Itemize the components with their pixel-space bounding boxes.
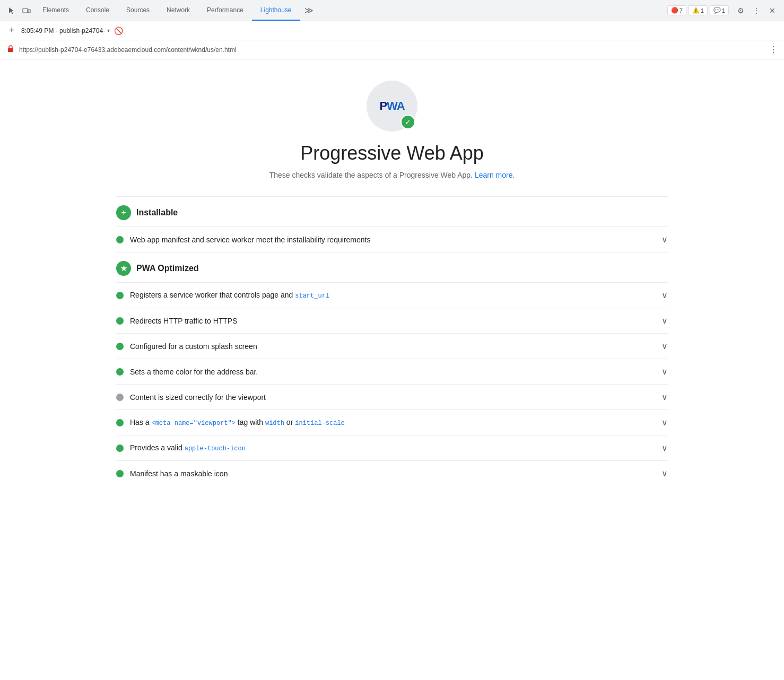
chevron-down-icon: ∨ [661, 367, 668, 377]
audit-dot-green [116, 292, 124, 299]
pwa-header: PWA ✓ Progressive Web App These checks v… [116, 81, 668, 179]
chevron-down-icon: ∨ [661, 341, 668, 351]
audit-dot-green [116, 419, 124, 426]
warning-count: 1 [701, 7, 704, 14]
svg-rect-0 [23, 8, 28, 13]
width-code: width [265, 420, 284, 427]
plus-icon: ＋ [120, 208, 127, 217]
chevron-down-icon: ∨ [661, 290, 668, 300]
device-toggle-btn[interactable] [19, 3, 34, 18]
audit-redirects-text: Redirects HTTP traffic to HTTPS [130, 317, 655, 325]
tab-network[interactable]: Network [158, 0, 198, 21]
devtools-topbar: Elements Console Sources Network Perform… [0, 0, 784, 21]
pwa-logo: PWA ✓ [367, 81, 417, 132]
pwa-optimized-section-label: PWA Optimized [136, 264, 199, 273]
chevron-down-icon: ∨ [661, 392, 668, 402]
url-bar: https://publish-p24704-e76433.adobeaemcl… [0, 40, 784, 59]
audit-redirects-https[interactable]: Redirects HTTP traffic to HTTPS ∨ [116, 308, 668, 333]
audit-service-worker-text: Registers a service worker that controls… [130, 291, 655, 300]
security-icon [6, 45, 15, 55]
audit-dot-green [116, 343, 124, 350]
apple-touch-code: apple-touch-icon [185, 445, 246, 452]
info-icon: 💬 [713, 7, 721, 14]
more-tabs-btn[interactable]: ≫ [300, 0, 318, 21]
installable-section-icon: ＋ [116, 205, 131, 220]
audit-apple-touch-text: Provides a valid apple-touch-icon [130, 443, 655, 452]
audit-maskable-text: Manifest has a maskable icon [130, 469, 655, 478]
chevron-down-icon: ∨ [661, 468, 668, 478]
pwa-optimized-section-icon: ★ [116, 261, 131, 276]
installable-section-header: ＋ Installable [116, 196, 668, 226]
settings-icon: ⚙ [737, 6, 744, 15]
audit-apple-touch-icon[interactable]: Provides a valid apple-touch-icon ∨ [116, 435, 668, 460]
tab-performance[interactable]: Performance [198, 0, 252, 21]
tab-lighthouse[interactable]: Lighthouse [252, 0, 300, 21]
learn-more-link[interactable]: Learn more [475, 171, 513, 179]
more-options-btn[interactable]: ⋮ [749, 3, 764, 18]
audit-maskable-icon[interactable]: Manifest has a maskable icon ∨ [116, 460, 668, 486]
audit-content-width[interactable]: Content is sized correctly for the viewp… [116, 384, 668, 409]
svg-rect-1 [28, 10, 30, 13]
pwa-optimized-section-header: ★ PWA Optimized [116, 252, 668, 282]
lighthouse-main: PWA ✓ Progressive Web App These checks v… [74, 59, 710, 507]
close-btn[interactable]: ✕ [765, 3, 780, 18]
chevron-down-icon: ∨ [661, 443, 668, 453]
error-icon: 🔴 [671, 7, 678, 14]
audit-splash-screen[interactable]: Configured for a custom splash screen ∨ [116, 333, 668, 359]
error-count: 7 [680, 7, 683, 14]
pwa-title: Progressive Web App [300, 142, 484, 164]
start-url-code: start_url [295, 292, 329, 300]
url-text: https://publish-p24704-e76433.adobeaemcl… [19, 46, 765, 54]
tab-console[interactable]: Console [77, 0, 118, 21]
block-icon: 🚫 [114, 27, 123, 35]
session-bar: + 8:05:49 PM - publish-p24704- ▾ 🚫 [0, 21, 784, 40]
audit-viewport-text: Has a <meta name="viewport"> tag with wi… [130, 418, 655, 427]
pwa-subtitle: These checks validate the aspects of a P… [269, 171, 515, 179]
audit-content-width-text: Content is sized correctly for the viewp… [130, 393, 655, 402]
tab-sources[interactable]: Sources [118, 0, 158, 21]
meta-viewport-code: <meta name="viewport"> [151, 420, 235, 427]
audit-theme-color[interactable]: Sets a theme color for the address bar. … [116, 359, 668, 384]
cursor-icon-btn[interactable] [4, 3, 19, 18]
notification-badges: 🔴 7 ⚠️ 1 💬 1 [667, 5, 729, 15]
audit-dot-green [116, 444, 124, 452]
warning-icon: ⚠️ [692, 7, 700, 14]
info-badge[interactable]: 💬 1 [710, 5, 729, 15]
pwa-logo-text: PWA [379, 99, 404, 113]
devtools-right-icons: ⚙ ⋮ ✕ [733, 3, 780, 18]
check-icon: ✓ [405, 118, 411, 126]
audit-viewport[interactable]: Has a <meta name="viewport"> tag with wi… [116, 409, 668, 435]
audit-manifest-installable[interactable]: Web app manifest and service worker meet… [116, 226, 668, 252]
audit-service-worker[interactable]: Registers a service worker that controls… [116, 282, 668, 308]
url-more-btn[interactable]: ⋮ [769, 45, 778, 55]
close-icon: ✕ [769, 6, 776, 15]
chevron-down-icon: ∨ [661, 316, 668, 326]
error-badge[interactable]: 🔴 7 [667, 5, 686, 15]
audit-manifest-text: Web app manifest and service worker meet… [130, 236, 655, 244]
session-dropdown-icon: ▾ [107, 28, 110, 33]
audit-dot-green [116, 470, 124, 477]
warning-badge[interactable]: ⚠️ 1 [689, 5, 708, 15]
info-count: 1 [722, 7, 725, 14]
pwa-check-badge: ✓ [400, 115, 415, 129]
settings-icon-btn[interactable]: ⚙ [733, 3, 748, 18]
audit-dot-green [116, 368, 124, 376]
installable-section-label: Installable [136, 208, 178, 217]
session-info[interactable]: 8:05:49 PM - publish-p24704- ▾ [21, 27, 110, 34]
audit-dot-gray [116, 394, 124, 401]
audit-dot-green [116, 317, 124, 325]
session-title-text: 8:05:49 PM - publish-p24704- [21, 27, 105, 34]
add-session-btn[interactable]: + [6, 25, 17, 36]
audit-splash-text: Configured for a custom splash screen [130, 342, 655, 351]
initial-scale-code: initial-scale [295, 420, 345, 427]
tab-bar: Elements Console Sources Network Perform… [34, 0, 663, 21]
chevron-down-icon: ∨ [661, 417, 668, 428]
audit-theme-text: Sets a theme color for the address bar. [130, 368, 655, 376]
star-icon: ★ [120, 264, 127, 273]
svg-rect-2 [8, 48, 13, 52]
tab-elements[interactable]: Elements [34, 0, 77, 21]
audit-dot-green [116, 236, 124, 243]
chevron-down-icon: ∨ [661, 234, 668, 245]
more-icon: ⋮ [753, 6, 760, 15]
